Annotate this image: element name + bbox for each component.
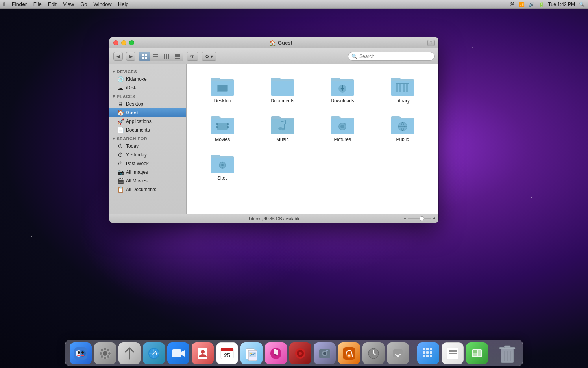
list-view-button[interactable] [150, 52, 161, 61]
folder-sites[interactable]: Sites [194, 149, 251, 184]
dock-item-itunes[interactable] [265, 342, 287, 364]
sidebar-item-alldocuments[interactable]: 📋 All Documents [109, 185, 186, 194]
svg-rect-10 [175, 54, 180, 57]
desktop-icon: 🖥 [117, 101, 124, 107]
svg-rect-76 [343, 347, 355, 360]
folder-music-label: Music [276, 137, 288, 142]
search-box[interactable]: 🔍 [348, 52, 435, 61]
dock-item-ical[interactable]: 25 [216, 342, 238, 364]
sidebar-item-idisk[interactable]: ☁ iDisk [109, 84, 186, 92]
sidebar-item-applications-label: Applications [126, 119, 152, 124]
close-button[interactable] [113, 40, 118, 45]
column-view-button[interactable] [161, 52, 172, 61]
dock-item-numbers[interactable] [466, 342, 488, 364]
dock-item-addressbook[interactable] [192, 342, 214, 364]
menu-finder[interactable]: Finder [11, 1, 27, 7]
svg-point-43 [104, 348, 106, 350]
dock-item-zoom[interactable] [167, 342, 189, 364]
dock-item-migration[interactable] [118, 342, 141, 364]
action-button[interactable]: ⚙ ▾ [202, 52, 216, 61]
safari-dock-icon [143, 342, 165, 364]
dock-item-syspref[interactable] [94, 342, 116, 364]
guest-icon: 🏠 [117, 110, 124, 116]
dock-item-finder[interactable] [70, 342, 92, 364]
svg-point-75 [326, 350, 328, 351]
svg-rect-11 [175, 58, 177, 59]
apple-menu[interactable]:  [3, 1, 5, 7]
search-icon[interactable]: 🔍 [579, 2, 585, 7]
folder-documents[interactable]: Documents [255, 72, 311, 107]
allimages-icon: 📷 [117, 169, 124, 175]
sidebar-item-allmovies[interactable]: 🎬 All Movies [109, 177, 186, 185]
collapse-button[interactable]: ⊓ [427, 40, 435, 46]
sidebar-item-kidsmoke[interactable]: 💿 Kidsmoke [109, 75, 186, 84]
folder-library[interactable]: Library [375, 72, 431, 107]
zoom-out-icon: − [404, 216, 406, 221]
forward-button[interactable]: ▶ [126, 52, 135, 61]
sidebar-item-guest-label: Guest [126, 110, 139, 115]
folder-library-icon [390, 75, 415, 96]
cover-flow-button[interactable] [172, 52, 183, 61]
wifi-icon[interactable]: 📶 [519, 2, 525, 7]
sidebar-item-desktop[interactable]: 🖥 Desktop [109, 100, 186, 108]
folder-downloads[interactable]: Downloads [314, 72, 371, 107]
sidebar-item-guest[interactable]: 🏠 Guest [109, 108, 186, 117]
svg-rect-3 [145, 57, 147, 59]
dock-item-dvdplayer[interactable] [289, 342, 311, 364]
dock-separator-2 [492, 344, 492, 363]
svg-point-65 [250, 353, 252, 354]
folder-pictures[interactable]: Pictures [314, 111, 371, 145]
sidebar-item-pastweek[interactable]: ⏱ Past Week [109, 159, 186, 168]
sidebar-item-today[interactable]: ⏱ Today [109, 142, 186, 151]
menu-edit[interactable]: Edit [48, 1, 57, 7]
zoom-control[interactable]: − + [404, 216, 435, 221]
search-input[interactable] [359, 54, 431, 59]
dock-item-textedit[interactable] [442, 342, 464, 364]
menu-help[interactable]: Help [118, 1, 129, 7]
dock-item-launchpad[interactable] [417, 342, 439, 364]
dock-item-trash[interactable] [496, 342, 518, 364]
svg-rect-2 [142, 57, 144, 59]
bluetooth-icon[interactable]: ⌘ [510, 2, 515, 7]
folder-movies[interactable]: Movies [194, 111, 251, 145]
zoom-slider[interactable] [408, 218, 431, 219]
menu-go[interactable]: Go [80, 1, 87, 7]
dock-item-preview[interactable] [240, 342, 263, 364]
svg-point-35 [221, 164, 224, 166]
ical-dock-icon: 25 [216, 342, 238, 364]
installer-dock-icon [387, 342, 409, 364]
battery-icon[interactable]: 🔋 [538, 2, 544, 7]
dock-item-iphoto[interactable] [314, 342, 336, 364]
svg-rect-1 [145, 54, 147, 56]
zoom-thumb[interactable] [420, 216, 424, 221]
sidebar-item-allimages[interactable]: 📷 All Images [109, 168, 186, 177]
folder-public[interactable]: Public [375, 111, 431, 145]
dock-item-safari[interactable] [143, 342, 165, 364]
folder-desktop[interactable]: Desktop [194, 72, 251, 107]
menu-view[interactable]: View [63, 1, 74, 7]
maximize-button[interactable] [129, 40, 134, 45]
volume-icon[interactable]: 🔊 [529, 2, 534, 7]
back-button[interactable]: ◀ [113, 52, 123, 61]
icon-view-button[interactable] [139, 52, 150, 61]
eye-icon: 👁 [190, 54, 195, 59]
sidebar-item-pastweek-label: Past Week [126, 161, 149, 166]
folder-movies-label: Movies [215, 137, 230, 142]
menu-window[interactable]: Window [94, 1, 112, 7]
svg-rect-24 [227, 123, 229, 125]
minimize-button[interactable] [121, 40, 126, 45]
menu-file[interactable]: File [33, 1, 42, 7]
svg-point-44 [104, 357, 106, 359]
dock-item-garageband[interactable] [338, 342, 360, 364]
svg-rect-25 [216, 126, 218, 128]
quick-look-button[interactable]: 👁 [187, 52, 198, 61]
sidebar-item-documents[interactable]: 📄 Documents [109, 126, 186, 134]
garageband-dock-icon [338, 342, 360, 364]
dock-item-installer[interactable] [387, 342, 409, 364]
folder-music[interactable]: Music [255, 111, 311, 145]
sidebar-item-applications[interactable]: 🚀 Applications [109, 117, 186, 126]
folder-downloads-label: Downloads [331, 98, 354, 104]
svg-point-45 [100, 352, 102, 355]
dock-item-timemachine[interactable] [362, 342, 385, 364]
sidebar-item-yesterday[interactable]: ⏱ Yesterday [109, 151, 186, 159]
